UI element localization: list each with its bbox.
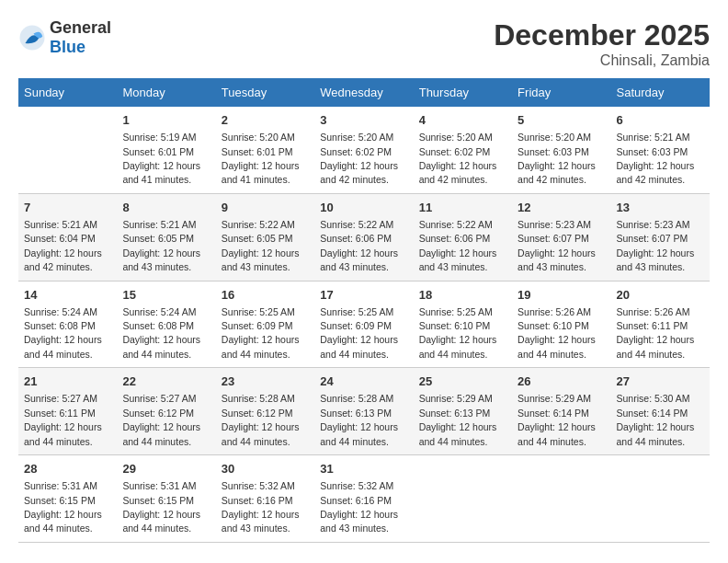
day-info: Sunrise: 5:23 AMSunset: 6:07 PMDaylight:… — [617, 219, 695, 272]
day-info: Sunrise: 5:24 AMSunset: 6:08 PMDaylight:… — [24, 306, 102, 360]
calendar-cell: 10Sunrise: 5:22 AMSunset: 6:06 PMDayligh… — [314, 193, 413, 281]
day-info: Sunrise: 5:25 AMSunset: 6:09 PMDaylight:… — [320, 306, 398, 360]
week-row-1: 1Sunrise: 5:19 AMSunset: 6:01 PMDaylight… — [18, 107, 710, 193]
day-number: 28 — [24, 461, 111, 477]
calendar-cell: 6Sunrise: 5:21 AMSunset: 6:03 PMDaylight… — [611, 107, 710, 193]
header-day-thursday: Thursday — [414, 78, 512, 107]
day-info: Sunrise: 5:29 AMSunset: 6:14 PMDaylight:… — [518, 393, 596, 446]
day-number: 2 — [222, 112, 309, 129]
day-number: 13 — [617, 200, 704, 216]
calendar-cell: 5Sunrise: 5:20 AMSunset: 6:03 PMDaylight… — [512, 107, 610, 193]
calendar-cell: 1Sunrise: 5:19 AMSunset: 6:01 PMDaylight… — [117, 107, 215, 193]
logo-icon — [18, 24, 46, 52]
calendar-title: December 2025 — [494, 18, 710, 52]
day-info: Sunrise: 5:31 AMSunset: 6:15 PMDaylight:… — [24, 480, 102, 534]
day-number: 6 — [617, 112, 704, 129]
day-info: Sunrise: 5:20 AMSunset: 6:03 PMDaylight:… — [518, 132, 596, 185]
day-number: 19 — [518, 287, 605, 304]
header-day-saturday: Saturday — [611, 78, 710, 107]
logo-text-general: General — [50, 18, 111, 37]
day-number: 10 — [320, 200, 407, 216]
day-info: Sunrise: 5:28 AMSunset: 6:12 PMDaylight:… — [222, 393, 300, 446]
day-info: Sunrise: 5:20 AMSunset: 6:02 PMDaylight:… — [419, 132, 497, 185]
header-day-sunday: Sunday — [18, 78, 117, 107]
day-number: 23 — [222, 373, 309, 390]
day-number: 5 — [518, 112, 605, 129]
calendar-cell: 21Sunrise: 5:27 AMSunset: 6:11 PMDayligh… — [18, 368, 117, 455]
day-number: 26 — [518, 373, 605, 390]
calendar-cell: 11Sunrise: 5:22 AMSunset: 6:06 PMDayligh… — [414, 193, 512, 281]
page-header: General Blue December 2025 Chinsali, Zam… — [18, 18, 710, 69]
calendar-table: SundayMondayTuesdayWednesdayThursdayFrid… — [18, 78, 710, 543]
header-day-tuesday: Tuesday — [216, 78, 314, 107]
calendar-cell: 13Sunrise: 5:23 AMSunset: 6:07 PMDayligh… — [611, 193, 710, 281]
calendar-cell: 26Sunrise: 5:29 AMSunset: 6:14 PMDayligh… — [512, 368, 610, 455]
day-info: Sunrise: 5:32 AMSunset: 6:16 PMDaylight:… — [222, 480, 300, 534]
calendar-cell: 19Sunrise: 5:26 AMSunset: 6:10 PMDayligh… — [512, 281, 610, 368]
day-info: Sunrise: 5:26 AMSunset: 6:11 PMDaylight:… — [617, 306, 695, 360]
calendar-header: SundayMondayTuesdayWednesdayThursdayFrid… — [18, 78, 710, 107]
day-number: 4 — [419, 112, 506, 129]
day-number: 27 — [617, 373, 704, 390]
logo: General Blue — [18, 18, 111, 57]
day-info: Sunrise: 5:32 AMSunset: 6:16 PMDaylight:… — [320, 480, 398, 534]
day-info: Sunrise: 5:28 AMSunset: 6:13 PMDaylight:… — [320, 393, 398, 446]
logo-text-blue: Blue — [50, 38, 85, 56]
calendar-cell: 30Sunrise: 5:32 AMSunset: 6:16 PMDayligh… — [216, 455, 314, 543]
day-number: 16 — [222, 287, 309, 304]
calendar-cell — [611, 455, 710, 543]
day-info: Sunrise: 5:21 AMSunset: 6:05 PMDaylight:… — [122, 219, 200, 272]
calendar-cell: 16Sunrise: 5:25 AMSunset: 6:09 PMDayligh… — [216, 281, 314, 368]
day-info: Sunrise: 5:31 AMSunset: 6:15 PMDaylight:… — [122, 480, 200, 534]
day-number: 8 — [122, 200, 210, 216]
day-number: 20 — [617, 287, 704, 304]
calendar-cell: 2Sunrise: 5:20 AMSunset: 6:01 PMDaylight… — [216, 107, 314, 193]
calendar-cell: 22Sunrise: 5:27 AMSunset: 6:12 PMDayligh… — [117, 368, 215, 455]
calendar-cell — [512, 455, 610, 543]
day-number: 12 — [518, 200, 605, 216]
day-info: Sunrise: 5:20 AMSunset: 6:01 PMDaylight:… — [222, 132, 300, 185]
calendar-cell: 12Sunrise: 5:23 AMSunset: 6:07 PMDayligh… — [512, 193, 610, 281]
day-number: 11 — [419, 200, 506, 216]
header-day-wednesday: Wednesday — [314, 78, 413, 107]
day-number: 17 — [320, 287, 407, 304]
calendar-cell: 4Sunrise: 5:20 AMSunset: 6:02 PMDaylight… — [414, 107, 512, 193]
day-info: Sunrise: 5:19 AMSunset: 6:01 PMDaylight:… — [122, 132, 200, 185]
week-row-4: 21Sunrise: 5:27 AMSunset: 6:11 PMDayligh… — [18, 368, 710, 455]
calendar-cell: 14Sunrise: 5:24 AMSunset: 6:08 PMDayligh… — [18, 281, 117, 368]
calendar-subtitle: Chinsali, Zambia — [494, 52, 710, 69]
day-number: 31 — [320, 461, 407, 477]
calendar-cell: 9Sunrise: 5:22 AMSunset: 6:05 PMDaylight… — [216, 193, 314, 281]
day-info: Sunrise: 5:22 AMSunset: 6:06 PMDaylight:… — [320, 219, 398, 272]
calendar-cell: 24Sunrise: 5:28 AMSunset: 6:13 PMDayligh… — [314, 368, 413, 455]
calendar-cell: 20Sunrise: 5:26 AMSunset: 6:11 PMDayligh… — [611, 281, 710, 368]
calendar-cell: 3Sunrise: 5:20 AMSunset: 6:02 PMDaylight… — [314, 107, 413, 193]
calendar-cell — [414, 455, 512, 543]
week-row-5: 28Sunrise: 5:31 AMSunset: 6:15 PMDayligh… — [18, 455, 710, 543]
day-number: 1 — [122, 112, 210, 129]
day-number: 25 — [419, 373, 506, 390]
day-info: Sunrise: 5:25 AMSunset: 6:09 PMDaylight:… — [222, 306, 300, 360]
day-number: 30 — [222, 461, 309, 477]
header-day-friday: Friday — [512, 78, 610, 107]
day-number: 14 — [24, 287, 111, 304]
calendar-cell: 23Sunrise: 5:28 AMSunset: 6:12 PMDayligh… — [216, 368, 314, 455]
header-day-monday: Monday — [117, 78, 215, 107]
day-number: 29 — [122, 461, 210, 477]
week-row-3: 14Sunrise: 5:24 AMSunset: 6:08 PMDayligh… — [18, 281, 710, 368]
day-info: Sunrise: 5:22 AMSunset: 6:06 PMDaylight:… — [419, 219, 497, 272]
day-info: Sunrise: 5:21 AMSunset: 6:04 PMDaylight:… — [24, 219, 102, 272]
day-info: Sunrise: 5:23 AMSunset: 6:07 PMDaylight:… — [518, 219, 596, 272]
calendar-cell: 8Sunrise: 5:21 AMSunset: 6:05 PMDaylight… — [117, 193, 215, 281]
title-block: December 2025 Chinsali, Zambia — [494, 18, 710, 69]
calendar-cell: 29Sunrise: 5:31 AMSunset: 6:15 PMDayligh… — [117, 455, 215, 543]
day-number: 24 — [320, 373, 407, 390]
day-info: Sunrise: 5:30 AMSunset: 6:14 PMDaylight:… — [617, 393, 695, 446]
calendar-cell: 25Sunrise: 5:29 AMSunset: 6:13 PMDayligh… — [414, 368, 512, 455]
day-info: Sunrise: 5:26 AMSunset: 6:10 PMDaylight:… — [518, 306, 596, 360]
calendar-cell: 28Sunrise: 5:31 AMSunset: 6:15 PMDayligh… — [18, 455, 117, 543]
day-info: Sunrise: 5:21 AMSunset: 6:03 PMDaylight:… — [617, 132, 695, 185]
calendar-body: 1Sunrise: 5:19 AMSunset: 6:01 PMDaylight… — [18, 107, 710, 542]
calendar-cell: 15Sunrise: 5:24 AMSunset: 6:08 PMDayligh… — [117, 281, 215, 368]
calendar-cell: 27Sunrise: 5:30 AMSunset: 6:14 PMDayligh… — [611, 368, 710, 455]
